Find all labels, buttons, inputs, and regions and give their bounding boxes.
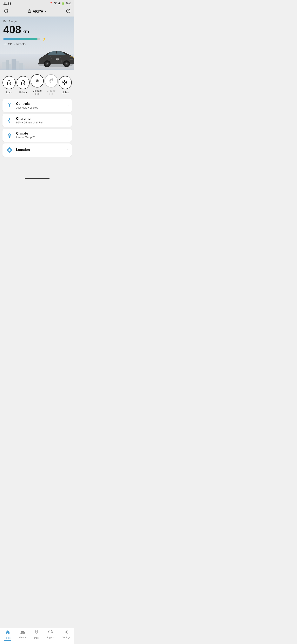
climate-menu-icon [6, 132, 13, 139]
charging-item[interactable]: Charging 99% • 55 min Until Full › [2, 114, 72, 127]
svg-rect-6 [5, 11, 5, 12]
home-indicator [25, 178, 49, 179]
svg-rect-3 [59, 2, 60, 4]
lights-action-circle [58, 76, 72, 89]
location-icon [6, 146, 13, 154]
action-lights[interactable]: Lights [58, 76, 72, 94]
svg-rect-7 [7, 11, 8, 12]
charging-subtitle: 99% • 55 min Until Full [16, 121, 64, 124]
charging-chevron: › [67, 118, 68, 122]
battery-bar-row: ⚡ [3, 37, 71, 41]
menu-list: Controls Just Now • Locked › Charging 99… [0, 99, 74, 157]
svg-text:ARIYA: ARIYA [56, 59, 59, 60]
unlock-label: Unlock [19, 91, 27, 94]
action-lock[interactable]: Lock [2, 76, 16, 94]
cloud-icon: ☁️ [3, 42, 7, 46]
status-icons: 📍 🔋 76% [49, 2, 71, 5]
controls-subtitle: Just Now • Locked [16, 106, 64, 109]
climate-content: Climate Interior Temp 7° [16, 132, 64, 139]
svg-rect-1 [58, 4, 58, 4]
climate-item[interactable]: Climate Interior Temp 7° › [2, 128, 72, 142]
svg-point-40 [63, 82, 66, 84]
climate-action-circle [30, 74, 44, 88]
city: Toronto [16, 42, 25, 46]
climate-menu-title: Climate [16, 132, 64, 136]
hero-section: Est. Range 408 km ⚡ ☁️ 21° • Toronto [0, 16, 74, 70]
location-title: Location [16, 148, 64, 152]
quick-actions: Lock Unlock ClimateOn [0, 70, 74, 99]
controls-icon [6, 102, 13, 109]
svg-point-34 [23, 83, 23, 84]
climate-label: ClimateOn [32, 89, 42, 96]
climate-chevron: › [67, 133, 68, 137]
action-unlock[interactable]: Unlock [16, 76, 30, 94]
location-content: Location [16, 148, 64, 152]
location-item[interactable]: Location › [2, 144, 72, 157]
lightning-icon: ⚡ [42, 37, 47, 41]
svg-rect-4 [60, 2, 60, 4]
svg-point-24 [47, 63, 48, 64]
controls-title: Controls [16, 102, 64, 106]
chevron-down-icon: ▼ [44, 10, 47, 13]
charging-content: Charging 99% • 55 min Until Full [16, 117, 64, 124]
range-unit: km [22, 29, 29, 34]
svg-rect-2 [58, 3, 59, 4]
wifi-icon [54, 2, 57, 5]
charging-title: Charging [16, 117, 64, 120]
action-climate[interactable]: ClimateOn [30, 74, 44, 96]
controls-chevron: › [67, 104, 68, 107]
support-icon[interactable] [3, 8, 9, 15]
charge-label: ChargeOn [47, 89, 56, 96]
location-status-icon: 📍 [49, 2, 53, 5]
weather-separator: • [13, 42, 15, 46]
svg-rect-8 [28, 11, 31, 12]
battery-percent: 76% [66, 2, 71, 5]
lock-icon [28, 9, 31, 14]
climate-menu-subtitle: Interior Temp 7° [16, 136, 64, 139]
action-charge[interactable]: ChargeOn [44, 74, 58, 96]
lock-label: Lock [6, 91, 12, 94]
range-value: 408 [3, 24, 21, 36]
history-icon[interactable] [66, 8, 71, 15]
vehicle-name: ARIYA [32, 10, 43, 14]
charge-action-circle [44, 74, 58, 88]
status-time: 11:31 [3, 2, 11, 5]
temperature: 21° [8, 42, 12, 46]
header: ARIYA ▼ [0, 6, 74, 16]
lock-action-circle [2, 76, 16, 89]
charging-icon [6, 116, 13, 124]
battery-bar [3, 38, 40, 40]
svg-point-32 [9, 83, 9, 84]
controls-item[interactable]: Controls Just Now • Locked › [2, 99, 72, 112]
svg-point-0 [55, 4, 55, 4]
battery-icon: 🔋 [61, 2, 65, 5]
unlock-action-circle [16, 76, 30, 89]
svg-rect-14 [11, 59, 16, 70]
controls-content: Controls Just Now • Locked [16, 102, 64, 109]
est-range-label: Est. Range [3, 20, 71, 23]
svg-rect-43 [9, 103, 10, 104]
car-image: ARIYA [35, 45, 74, 70]
status-bar: 11:31 📍 🔋 76% [0, 0, 74, 6]
vehicle-selector[interactable]: ARIYA ▼ [28, 9, 47, 14]
location-chevron: › [67, 148, 68, 152]
lights-label: Lights [62, 91, 69, 94]
svg-point-28 [66, 63, 67, 64]
battery-fill [3, 38, 37, 40]
signal-icon [58, 2, 61, 5]
car-svg: ARIYA [35, 45, 74, 69]
